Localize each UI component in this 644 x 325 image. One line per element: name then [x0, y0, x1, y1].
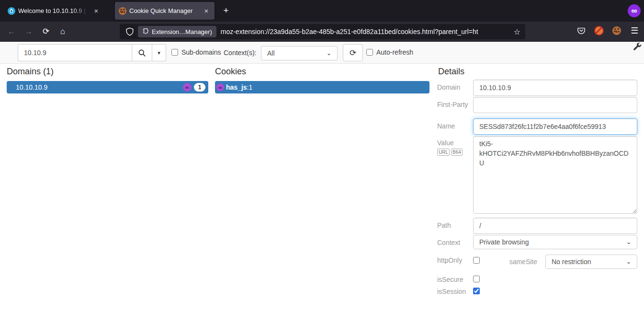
contexts-select[interactable]: All ⌄ [261, 46, 338, 60]
cookie-manager-extension-icon[interactable] [610, 24, 623, 37]
search-icon [138, 49, 146, 57]
issession-checkbox[interactable] [473, 288, 480, 294]
path-field-row: Path [437, 218, 637, 234]
domain-field-input[interactable] [473, 80, 637, 96]
chevron-down-icon: ⌄ [327, 50, 331, 57]
firstparty-field-input[interactable] [473, 97, 637, 113]
issecure-row: isSecure [437, 271, 637, 283]
search-input[interactable] [18, 44, 132, 61]
autorefresh-toggle[interactable]: Auto-refresh [366, 48, 413, 56]
url-text[interactable]: moz-extension://23a9da55-b2ae-485b-a251-… [221, 28, 511, 35]
samesite-label: sameSite [509, 252, 537, 266]
samesite-selected-value: No restriction [552, 258, 591, 266]
search-button[interactable] [132, 44, 152, 61]
private-context-icon: ∞ [183, 83, 192, 92]
private-context-icon: ∞ [216, 83, 224, 91]
shield-icon[interactable] [125, 27, 134, 36]
menu-icon[interactable]: ☰ [628, 24, 641, 37]
domain-name: 10.10.10.9 [16, 83, 183, 91]
cookie-count-badge: 1 [194, 83, 205, 92]
private-browsing-icon: ∞ [628, 4, 641, 17]
domain-list-item[interactable]: 10.10.10.9 ∞ 1 [7, 81, 208, 93]
toolbar-icons: ☰ [575, 24, 641, 37]
wrench-icon[interactable] [632, 42, 642, 53]
puzzle-icon [142, 28, 149, 35]
forward-button[interactable]: → [22, 24, 36, 39]
reload-button[interactable]: ⟳ [39, 24, 53, 39]
contexts-label: Context(s): [224, 49, 256, 57]
cookies-panel: Cookies ∞ has_js :1 [215, 67, 429, 93]
b64-decode-badge[interactable]: B64 [451, 149, 463, 156]
refresh-button[interactable]: ⟳ [343, 44, 363, 61]
url-bar[interactable]: Extension…Manager) moz-extension://23a9d… [120, 24, 525, 39]
cookie-list-item[interactable]: ∞ has_js :1 [215, 81, 429, 93]
autorefresh-label: Auto-refresh [376, 48, 413, 56]
cookie-name: has_js [226, 83, 247, 91]
httponly-checkbox[interactable] [473, 257, 480, 264]
httponly-samesite-row: httpOnly sameSite No restriction ⌄ [437, 252, 637, 271]
value-field-label: Value URL B64 [437, 136, 473, 156]
subdomains-checkbox[interactable] [171, 49, 178, 56]
cookie-value-suffix: :1 [247, 83, 253, 91]
autorefresh-checkbox[interactable] [366, 49, 373, 56]
tab-bar: Welcome to 10.10.10.9 | 10 × Cookie Quic… [0, 0, 644, 22]
close-icon[interactable]: × [202, 7, 211, 15]
domains-header: Domains (1) [7, 67, 208, 77]
extension-chip-label: Extension…Manager) [152, 28, 212, 35]
contexts-selected-value: All [267, 49, 275, 57]
blocked-extension-icon[interactable] [592, 24, 606, 37]
firstparty-field-label: First-Party [437, 97, 473, 109]
firstparty-field-row: First-Party [437, 97, 637, 113]
httponly-label: httpOnly [437, 252, 473, 265]
issecure-checkbox[interactable] [473, 276, 480, 282]
context-field-label: Context [437, 235, 473, 247]
issecure-label: isSecure [437, 271, 473, 284]
value-label-text: Value [437, 139, 454, 147]
samesite-select[interactable]: No restriction ⌄ [545, 255, 637, 269]
name-field-input[interactable] [473, 118, 637, 135]
pocket-icon[interactable] [575, 24, 588, 37]
cookies-header: Cookies [215, 67, 429, 77]
cookie-icon [119, 7, 126, 15]
path-field-input[interactable] [473, 218, 637, 234]
path-field-label: Path [437, 218, 473, 230]
bookmark-star-icon[interactable]: ☆ [514, 27, 520, 36]
url-decode-badge[interactable]: URL [437, 149, 450, 156]
drupal-drop-icon [8, 7, 15, 15]
subdomains-toggle[interactable]: Sub-domains [171, 48, 221, 56]
domain-field-row: Domain [437, 80, 637, 96]
navigation-toolbar: ← → ⟳ ⌂ Extension…Manager) moz-extension… [0, 22, 644, 42]
details-panel: Details Domain First-Party Name Value [437, 67, 637, 295]
value-field-textarea[interactable]: tKi5-kHOTCi2YAFZhRvM8PkHb6nvhofBBHByzanO… [473, 136, 637, 214]
search-options-button[interactable]: ▾ [152, 44, 166, 61]
extension-permission-chip[interactable]: Extension…Manager) [138, 26, 216, 37]
context-field-row: Context Private browsing ⌄ [437, 235, 637, 249]
back-button[interactable]: ← [4, 24, 19, 39]
tab-welcome[interactable]: Welcome to 10.10.10.9 | 10 × [4, 2, 104, 20]
new-tab-button[interactable]: + [219, 4, 233, 17]
context-select[interactable]: Private browsing ⌄ [473, 235, 637, 249]
cookie-manager-page: ▾ Sub-domains Context(s): All ⌄ ⟳ Auto-r… [0, 42, 644, 325]
value-field-row: Value URL B64 tKi5-kHOTCi2YAFZhRvM8PkHb6… [437, 136, 637, 216]
domains-panel: Domains (1) 10.10.10.9 ∞ 1 [7, 67, 208, 93]
close-icon[interactable]: × [92, 7, 101, 15]
name-field-label: Name [437, 118, 473, 131]
home-button[interactable]: ⌂ [56, 24, 70, 39]
issession-label: isSession [437, 283, 473, 296]
issession-row: isSession [437, 283, 637, 295]
domain-field-label: Domain [437, 80, 473, 92]
tab-title: Cookie Quick Manager [129, 7, 199, 14]
chevron-down-icon: ⌄ [626, 239, 631, 245]
tab-title: Welcome to 10.10.10.9 | 10 [18, 7, 89, 14]
filter-toolbar: ▾ Sub-domains Context(s): All ⌄ ⟳ Auto-r… [0, 42, 644, 64]
subdomains-label: Sub-domains [181, 48, 221, 56]
chevron-down-icon: ⌄ [626, 258, 631, 265]
tab-cookie-quick-manager[interactable]: Cookie Quick Manager × [115, 2, 215, 20]
details-header: Details [437, 67, 637, 77]
search-group: ▾ [18, 44, 166, 61]
context-selected-value: Private browsing [479, 238, 529, 246]
name-field-row: Name [437, 118, 637, 135]
